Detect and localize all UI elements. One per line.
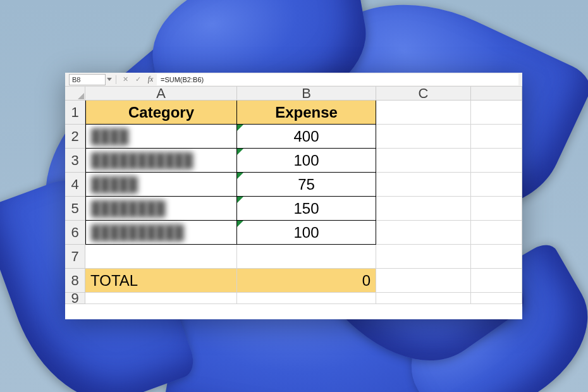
name-box[interactable]: B8 <box>69 74 106 85</box>
cell-d8[interactable] <box>471 269 522 293</box>
row-header-8[interactable]: 8 <box>65 269 85 293</box>
cell-c6[interactable] <box>376 221 471 245</box>
cell-c9[interactable] <box>376 293 471 304</box>
excel-window: B8 ✕ ✓ fx =SUM(B2:B6) A B C 1 Category E… <box>65 73 522 319</box>
formula-input[interactable]: =SUM(B2:B6) <box>157 74 518 85</box>
column-header-b[interactable]: B <box>237 87 376 101</box>
cell-b7[interactable] <box>237 245 376 269</box>
cell-c8[interactable] <box>376 269 471 293</box>
cell-a9[interactable] <box>85 293 237 304</box>
formula-bar: B8 ✕ ✓ fx =SUM(B2:B6) <box>65 73 522 87</box>
cell-b1[interactable]: Expense <box>237 101 376 125</box>
cell-d2[interactable] <box>471 125 522 149</box>
cell-a6[interactable]: ██████████ <box>85 221 237 245</box>
cell-c5[interactable] <box>376 197 471 221</box>
cell-d4[interactable] <box>471 173 522 197</box>
column-header-blank[interactable] <box>471 87 522 101</box>
obscured-text: █████ <box>91 176 137 193</box>
row-header-3[interactable]: 3 <box>65 149 85 173</box>
row-header-9[interactable]: 9 <box>65 293 85 304</box>
column-header-a[interactable]: A <box>85 87 237 101</box>
cell-b8[interactable]: 0 <box>237 269 376 293</box>
cell-a5[interactable]: ████████ <box>85 197 237 221</box>
cell-a7[interactable] <box>85 245 237 269</box>
obscured-text: ████ <box>91 128 128 145</box>
row-header-1[interactable]: 1 <box>65 101 85 125</box>
cell-b2[interactable]: 400 <box>237 125 376 149</box>
cell-b9[interactable] <box>237 293 376 304</box>
row-header-5[interactable]: 5 <box>65 197 85 221</box>
separator <box>116 75 116 84</box>
spreadsheet-grid: A B C 1 Category Expense 2 ████ 400 3 ██… <box>65 87 522 319</box>
cell-b3[interactable]: 100 <box>237 149 376 173</box>
cancel-formula-button[interactable]: ✕ <box>120 75 130 85</box>
cell-d9[interactable] <box>471 293 522 304</box>
row-header-6[interactable]: 6 <box>65 221 85 245</box>
cell-d6[interactable] <box>471 221 522 245</box>
row-header-7[interactable]: 7 <box>65 245 85 269</box>
cell-c2[interactable] <box>376 125 471 149</box>
cell-c3[interactable] <box>376 149 471 173</box>
cell-a8[interactable]: TOTAL <box>85 269 237 293</box>
insert-function-button[interactable]: fx <box>145 75 156 85</box>
chevron-down-icon <box>107 78 112 82</box>
cell-d3[interactable] <box>471 149 522 173</box>
cell-a2[interactable]: ████ <box>85 125 237 149</box>
confirm-formula-button[interactable]: ✓ <box>133 75 143 85</box>
cell-c1[interactable] <box>376 101 471 125</box>
column-header-c[interactable]: C <box>376 87 471 101</box>
cell-d5[interactable] <box>471 197 522 221</box>
obscured-text: ████████ <box>91 200 165 217</box>
cell-c7[interactable] <box>376 245 471 269</box>
row-header-4[interactable]: 4 <box>65 173 85 197</box>
obscured-text: ███████████ <box>91 152 192 169</box>
obscured-text: ██████████ <box>91 224 183 241</box>
select-all-corner[interactable] <box>65 87 85 101</box>
cell-a1[interactable]: Category <box>85 101 237 125</box>
row-header-2[interactable]: 2 <box>65 125 85 149</box>
cell-d1[interactable] <box>471 101 522 125</box>
cell-b5[interactable]: 150 <box>237 197 376 221</box>
name-box-dropdown[interactable] <box>106 74 113 85</box>
cell-c4[interactable] <box>376 173 471 197</box>
cell-a3[interactable]: ███████████ <box>85 149 237 173</box>
cell-b6[interactable]: 100 <box>237 221 376 245</box>
cell-a4[interactable]: █████ <box>85 173 237 197</box>
cell-b4[interactable]: 75 <box>237 173 376 197</box>
cell-d7[interactable] <box>471 245 522 269</box>
